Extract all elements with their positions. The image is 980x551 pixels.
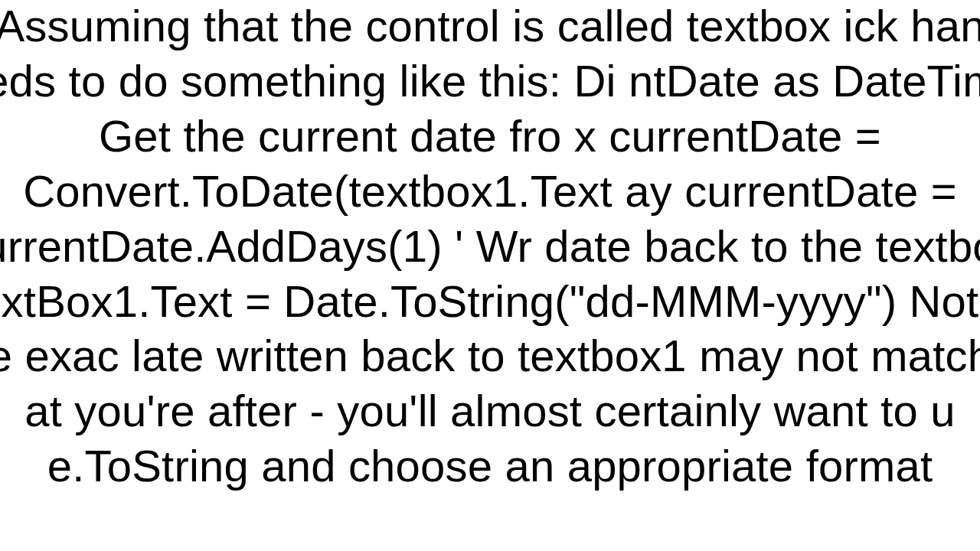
document-body-text: r 2: Assuming that the control is called… [0,0,980,494]
